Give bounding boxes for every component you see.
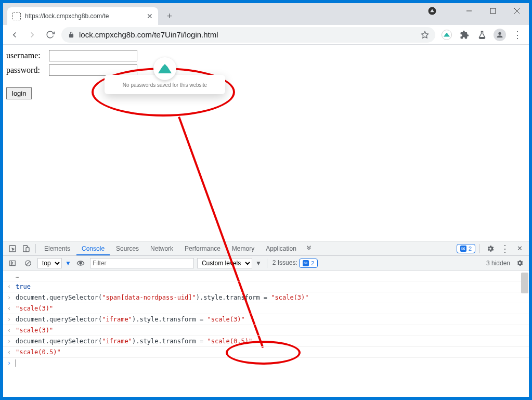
- issues-link[interactable]: 2 Issues: ✉2: [273, 259, 318, 268]
- context-selector[interactable]: top: [37, 258, 62, 268]
- console-line: document.querySelector("iframe").style.t…: [3, 336, 529, 347]
- scrollbar-thumb[interactable]: [521, 273, 528, 293]
- svg-line-13: [27, 261, 30, 265]
- labs-flask-icon[interactable]: [474, 27, 490, 43]
- tab-sources[interactable]: Sources: [111, 242, 144, 255]
- console-output[interactable]: … truedocument.querySelector("span[data-…: [3, 270, 529, 397]
- close-window-button[interactable]: [505, 3, 529, 19]
- ad-blocker-icon[interactable]: [423, 3, 442, 19]
- omnibox[interactable]: lock.cmpxchg8b.com/te7Uin7i/login.html: [61, 27, 435, 43]
- device-toggle-icon[interactable]: [20, 242, 32, 255]
- console-sidebar-toggle-icon[interactable]: [6, 257, 19, 269]
- devtools-panel: Elements Console Sources Network Perform…: [3, 241, 529, 397]
- lock-icon: [68, 31, 75, 38]
- tab-console[interactable]: Console: [76, 242, 110, 255]
- devtools-settings-icon[interactable]: [484, 242, 497, 255]
- live-expression-icon[interactable]: [74, 257, 87, 269]
- filter-input[interactable]: [90, 258, 194, 268]
- window-controls: [423, 3, 529, 19]
- maximize-button[interactable]: [481, 3, 505, 19]
- tab-memory[interactable]: Memory: [227, 242, 259, 255]
- username-label: username:: [6, 51, 47, 60]
- console-line: "scale(3)": [3, 303, 529, 314]
- tab-title: https://lock.cmpxchg8b.com/te: [25, 12, 142, 20]
- login-button[interactable]: login: [6, 87, 32, 99]
- console-prompt[interactable]: ›: [3, 358, 529, 368]
- svg-point-14: [80, 262, 82, 264]
- favicon: [12, 12, 21, 20]
- new-tab-button[interactable]: +: [162, 9, 177, 23]
- tab-elements[interactable]: Elements: [39, 242, 75, 255]
- reload-button[interactable]: [42, 27, 58, 43]
- address-bar: lock.cmpxchg8b.com/te7Uin7i/login.html ⋮: [3, 25, 529, 45]
- error-count-pill[interactable]: ✉2: [457, 244, 475, 253]
- console-toolbar: top ▼ Custom levels ▼ 2 Issues: ✉2 3 hid…: [3, 256, 529, 270]
- hidden-count: 3 hidden: [486, 260, 510, 267]
- console-settings-icon[interactable]: [513, 257, 526, 269]
- tab-performance[interactable]: Performance: [179, 242, 226, 255]
- profile-avatar[interactable]: [491, 27, 508, 43]
- svg-rect-3: [490, 8, 496, 14]
- inspect-element-icon[interactable]: [6, 242, 19, 255]
- minimize-button[interactable]: [457, 3, 481, 19]
- devtools-close-icon[interactable]: ✕: [513, 242, 526, 255]
- console-line: true: [3, 281, 529, 292]
- browser-tab[interactable]: https://lock.cmpxchg8b.com/te ✕: [7, 7, 158, 25]
- nordpass-popup: No passwords saved for this website: [105, 57, 225, 87]
- close-tab-icon[interactable]: ✕: [147, 12, 153, 20]
- svg-rect-9: [26, 247, 29, 252]
- devtools-tabs: Elements Console Sources Network Perform…: [3, 241, 529, 256]
- extensions-puzzle-icon[interactable]: [456, 27, 473, 43]
- nordpass-badge-icon: [153, 57, 176, 80]
- svg-rect-10: [10, 261, 16, 265]
- tab-network[interactable]: Network: [145, 242, 178, 255]
- clear-console-icon[interactable]: [22, 257, 34, 269]
- devtools-menu-icon[interactable]: ⋮: [499, 242, 511, 255]
- tab-application[interactable]: Application: [261, 242, 302, 255]
- nordpass-extension-icon[interactable]: [438, 27, 455, 43]
- tab-strip: https://lock.cmpxchg8b.com/te ✕ +: [3, 3, 529, 25]
- log-levels-selector[interactable]: Custom levels: [197, 258, 252, 268]
- devtools-more-tabs-icon[interactable]: [303, 242, 315, 255]
- console-line: "scale(3)": [3, 325, 529, 336]
- page-content: username: password: login No passwords s…: [3, 45, 529, 241]
- browser-window: https://lock.cmpxchg8b.com/te ✕ +: [3, 3, 529, 397]
- browser-menu-button[interactable]: ⋮: [509, 27, 526, 43]
- console-line: document.querySelector("span[data-nordpa…: [3, 292, 529, 303]
- console-line: document.querySelector("iframe").style.t…: [3, 314, 529, 325]
- password-label: password:: [6, 66, 47, 75]
- svg-marker-6: [421, 31, 428, 38]
- forward-button[interactable]: [24, 27, 41, 43]
- console-line: "scale(0.5)": [3, 347, 529, 358]
- bookmark-star-icon[interactable]: [421, 31, 429, 39]
- back-button[interactable]: [6, 27, 23, 43]
- url-text: lock.cmpxchg8b.com/te7Uin7i/login.html: [79, 30, 417, 39]
